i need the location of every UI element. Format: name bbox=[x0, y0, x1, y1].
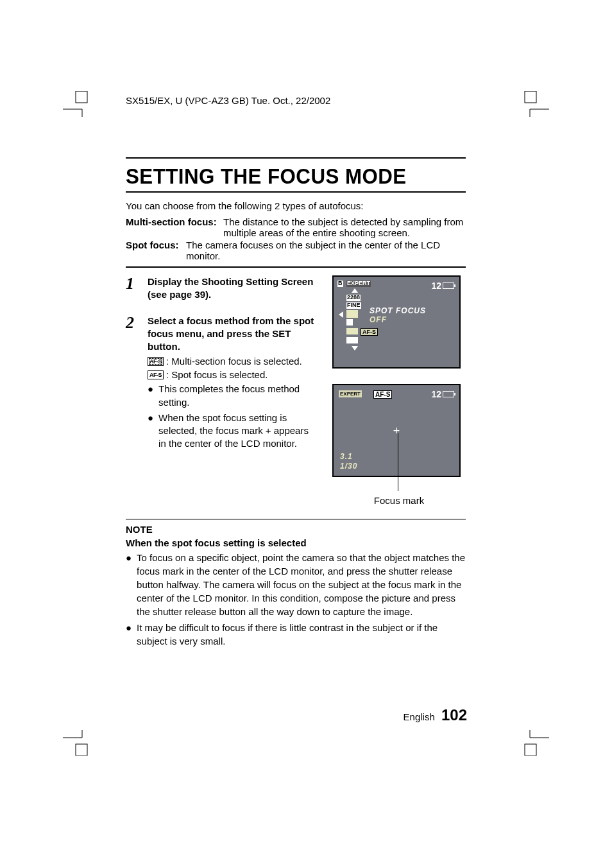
bullet-text: It may be difficult to focus if there is… bbox=[137, 621, 466, 648]
intro-text: You can choose from the following 2 type… bbox=[126, 200, 466, 211]
step-number: 1 bbox=[126, 275, 140, 304]
option-spot-focus: AF-S : Spot focus is selected. bbox=[148, 369, 318, 380]
svg-rect-9 bbox=[525, 744, 536, 756]
arrow-left-icon bbox=[339, 311, 343, 318]
bullet-text: To focus on a specific object, point the… bbox=[137, 551, 466, 618]
step-heading: Select a focus method from the spot focu… bbox=[148, 315, 318, 354]
afs-multi-icon: AF-S bbox=[148, 357, 164, 366]
shutter-value: 1/30 bbox=[340, 462, 357, 471]
option-multi-focus: AF-S : Multi-section focus is selected. bbox=[148, 356, 318, 367]
shots-remaining: 12 bbox=[431, 281, 454, 291]
af-icon bbox=[346, 328, 358, 334]
bullet-item: ● When the spot focus setting is selecte… bbox=[148, 412, 318, 451]
aperture-value: 3.1 bbox=[340, 452, 357, 461]
timer-icon bbox=[346, 310, 358, 318]
mic-icon bbox=[346, 319, 353, 326]
lcd-screen-menu: B EXPERT 2288 FINE AF-S 12 bbox=[332, 275, 461, 369]
bullet-icon: ● bbox=[148, 383, 153, 409]
arrow-up-icon bbox=[352, 288, 358, 293]
document-header: SX515/EX, U (VPC-AZ3 GB) Tue. Oct., 22/2… bbox=[126, 95, 330, 106]
page-footer: English 102 bbox=[404, 706, 467, 724]
steps-section: 1 Display the Shooting Setting Screen (s… bbox=[126, 275, 466, 506]
registration-mark-icon bbox=[523, 730, 549, 756]
bullet-icon: ● bbox=[126, 551, 132, 618]
menu-item-spot-focus: SPOT FOCUS bbox=[370, 306, 426, 315]
badge-2288: 2288 bbox=[346, 295, 361, 301]
afs-spot-icon: AF-S bbox=[148, 370, 164, 379]
registration-mark-icon bbox=[63, 730, 89, 756]
badge-expert: EXPERT bbox=[339, 390, 362, 397]
menu-item-off: OFF bbox=[370, 315, 387, 324]
lcd-illustrations: B EXPERT 2288 FINE AF-S 12 bbox=[332, 275, 466, 506]
rule bbox=[126, 266, 466, 268]
registration-mark-icon bbox=[63, 91, 89, 117]
svg-rect-0 bbox=[76, 91, 87, 103]
rule bbox=[126, 157, 466, 159]
badge-expert: EXPERT bbox=[346, 281, 371, 287]
definition-row: Spot focus: The camera focuses on the su… bbox=[126, 239, 466, 261]
definition-desc: The camera focuses on the subject in the… bbox=[186, 239, 466, 261]
exposure-readout: 3.1 1/30 bbox=[340, 452, 357, 471]
badge-fine: FINE bbox=[346, 302, 361, 309]
footer-language: English bbox=[404, 711, 435, 722]
definition-term: Spot focus: bbox=[126, 239, 186, 261]
afs-badge: AF-S bbox=[361, 328, 378, 336]
option-text: : Multi-section focus is selected. bbox=[166, 356, 302, 367]
definition-term: Multi-section focus: bbox=[126, 216, 223, 238]
note-heading: NOTE bbox=[126, 524, 466, 535]
svg-rect-6 bbox=[76, 744, 87, 756]
bullet-icon: ● bbox=[126, 621, 132, 648]
battery-icon bbox=[443, 391, 454, 397]
battery-icon bbox=[443, 282, 454, 289]
bullet-icon: ● bbox=[148, 412, 153, 451]
focus-mark-icon: + bbox=[393, 424, 400, 437]
rule bbox=[126, 519, 466, 520]
count-value: 12 bbox=[431, 281, 441, 291]
definition-desc: The distance to the subject is detected … bbox=[223, 216, 466, 238]
step-2: 2 Select a focus method from the spot fo… bbox=[126, 315, 318, 453]
svg-rect-3 bbox=[525, 91, 536, 103]
definition-row: Multi-section focus: The distance to the… bbox=[126, 216, 466, 238]
bullet-item: ● To focus on a specific object, point t… bbox=[126, 551, 466, 618]
bullet-item: ● This completes the focus method settin… bbox=[148, 383, 318, 409]
page-title: SETTING THE FOCUS MODE bbox=[126, 162, 439, 191]
count-value: 12 bbox=[431, 389, 441, 399]
note-list: ● To focus on a specific object, point t… bbox=[126, 551, 466, 648]
badge-b: B bbox=[337, 281, 343, 287]
focus-mark-label: Focus mark bbox=[332, 495, 466, 506]
afs-badge: AF-S bbox=[373, 390, 392, 399]
callout-line bbox=[398, 433, 398, 491]
rule bbox=[126, 191, 466, 193]
shots-remaining: 12 bbox=[431, 389, 454, 399]
bullet-text: This completes the focus method setting. bbox=[158, 383, 318, 409]
note-subheading: When the spot focus setting is selected bbox=[126, 537, 466, 548]
page-number: 102 bbox=[441, 706, 467, 724]
definition-list: Multi-section focus: The distance to the… bbox=[126, 216, 466, 261]
step-number: 2 bbox=[126, 315, 140, 453]
step-1: 1 Display the Shooting Setting Screen (s… bbox=[126, 275, 318, 304]
arrow-down-icon bbox=[352, 346, 358, 351]
step-heading: Display the Shooting Setting Screen (see… bbox=[148, 275, 318, 302]
lcd-screen-preview: EXPERT AF-S 12 + 3.1 1/30 bbox=[332, 384, 461, 477]
steps-text-column: 1 Display the Shooting Setting Screen (s… bbox=[126, 275, 318, 506]
grid-icon bbox=[346, 337, 358, 343]
option-text: : Spot focus is selected. bbox=[166, 369, 268, 380]
page-content: SETTING THE FOCUS MODE You can choose fr… bbox=[126, 157, 466, 650]
bullet-text: When the spot focus setting is selected,… bbox=[158, 412, 318, 451]
registration-mark-icon bbox=[523, 91, 549, 117]
bullet-item: ● It may be difficult to focus if there … bbox=[126, 621, 466, 648]
